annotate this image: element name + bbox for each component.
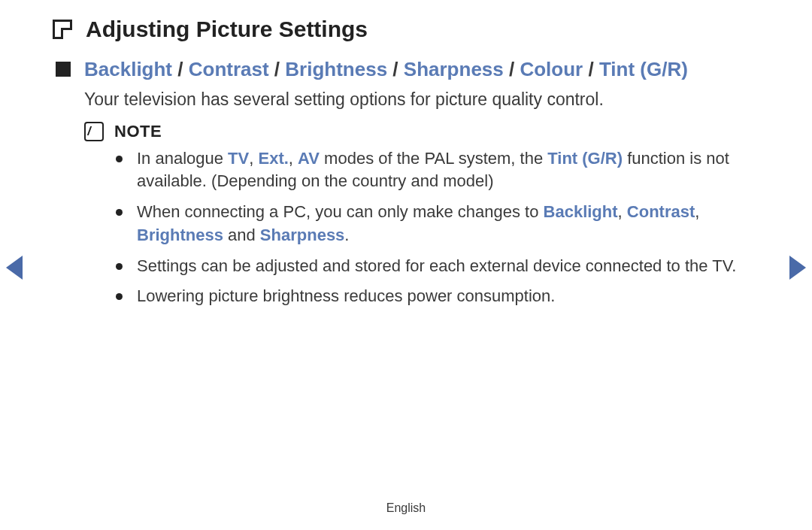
note-item: In analogue TV, Ext., AV modes of the PA… [116, 147, 744, 194]
term-tint-gr: Tint (G/R) [547, 149, 623, 168]
note-header: NOTE [84, 122, 759, 141]
term-brightness: Brightness [285, 58, 387, 80]
section-description: Your television has several setting opti… [84, 89, 759, 110]
note-text: modes of the PAL system, the [320, 149, 547, 168]
note-text: In analogue [137, 149, 228, 168]
term-sharpness: Sharpness [260, 226, 345, 244]
note-text: . [344, 226, 349, 244]
note-text: When connecting a PC, you can only make … [137, 202, 544, 221]
page-marker-icon [53, 20, 72, 39]
separator: / [392, 58, 403, 80]
note-text: and [223, 226, 260, 244]
document-page: Adjusting Picture Settings Backlight / C… [0, 0, 812, 308]
term-tv: TV [228, 149, 249, 168]
term-colour: Colour [520, 58, 583, 80]
term-backlight: Backlight [544, 202, 618, 221]
note-label: NOTE [114, 122, 162, 141]
subtitle-row: Backlight / Contrast / Brightness / Shar… [56, 57, 759, 82]
note-text: , [249, 149, 258, 168]
title-row: Adjusting Picture Settings [53, 17, 759, 42]
note-item: Lowering picture brightness reduces powe… [116, 285, 744, 308]
section-bullet-icon [56, 62, 71, 77]
note-text: , [618, 202, 627, 221]
term-tint: Tint (G/R) [599, 58, 688, 80]
footer-language: English [0, 501, 812, 515]
separator: / [509, 58, 520, 80]
separator: / [588, 58, 598, 80]
term-brightness: Brightness [137, 226, 223, 244]
term-backlight: Backlight [84, 58, 172, 80]
note-text: , [289, 149, 298, 168]
note-text: Lowering picture brightness reduces powe… [137, 286, 555, 305]
term-sharpness: Sharpness [404, 58, 504, 80]
term-contrast: Contrast [627, 202, 695, 221]
separator: / [177, 58, 188, 80]
page-title: Adjusting Picture Settings [86, 17, 368, 42]
term-ext: Ext. [258, 149, 288, 168]
note-item: When connecting a PC, you can only make … [116, 201, 744, 247]
note-list: In analogue TV, Ext., AV modes of the PA… [116, 147, 744, 309]
note-item: Settings can be adjusted and stored for … [116, 255, 744, 278]
term-av: AV [298, 149, 320, 168]
prev-page-arrow-icon[interactable] [6, 256, 23, 280]
note-text: , [695, 202, 699, 221]
note-icon [84, 122, 104, 141]
separator: / [274, 58, 285, 80]
note-text: Settings can be adjusted and stored for … [137, 256, 736, 275]
term-contrast: Contrast [189, 58, 269, 80]
section-subtitle: Backlight / Contrast / Brightness / Shar… [84, 57, 688, 82]
next-page-arrow-icon[interactable] [789, 256, 806, 280]
